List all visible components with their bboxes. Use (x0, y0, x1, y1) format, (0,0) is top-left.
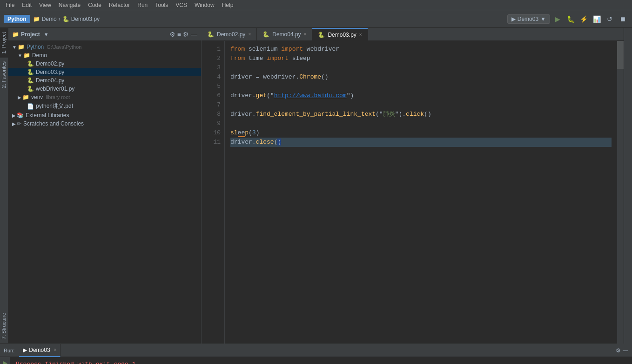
tree-item-pdf[interactable]: 📄 python讲义.pdf (8, 101, 201, 111)
menu-help[interactable]: Help (218, 1, 237, 9)
webdriver01-icon: 🐍 (27, 86, 34, 92)
panel-controls: ⚙ ≡ ⚙ — (169, 31, 197, 38)
run-close-icon[interactable]: — (623, 347, 628, 354)
run-config-selector[interactable]: ▶ Demo03 ▼ (507, 14, 550, 24)
tab-demo02-close[interactable]: × (248, 32, 251, 37)
tree-item-python-root[interactable]: ▼ 📁 Python G:\Java\Python (8, 43, 201, 51)
toolbar-right: ▶ Demo03 ▼ ▶ 🐛 ⚡ 📊 ↺ ⏹ (507, 13, 628, 25)
tab-demo04[interactable]: 🐍 Demo04.py × (257, 28, 312, 41)
run-tab-close[interactable]: × (54, 347, 57, 352)
panel-gear-icon[interactable]: ⚙ (183, 31, 189, 38)
tab-demo03-close[interactable]: × (359, 32, 362, 37)
right-sidebar (624, 28, 632, 344)
tree-label-pdf: python讲义.pdf (36, 102, 73, 110)
expand-arrow-venv: ▶ (18, 95, 21, 100)
tree-item-demo-folder[interactable]: ▼ 📁 Demo (8, 51, 201, 60)
breadcrumb-project[interactable]: Demo (42, 16, 57, 22)
expand-arrow-python: ▼ (12, 45, 17, 50)
menu-navigate[interactable]: Navigate (55, 1, 84, 9)
run-output-line: Process finished with exit code 1 (16, 361, 626, 364)
run-config-icon: ▶ (511, 16, 516, 22)
panel-minimize-icon[interactable]: — (191, 31, 197, 38)
code-line-4: driver = webdriver.Chrome() (230, 73, 612, 82)
run-label: Run: (4, 348, 14, 353)
expand-arrow-extlib: ▶ (12, 113, 16, 118)
main-area: 1: Project 2: Favorites 7: Structure 📁 P… (0, 28, 632, 344)
profile-button[interactable]: 📊 (591, 13, 602, 25)
code-line-1: from selenium import webdriver (230, 45, 612, 54)
run-play-btn[interactable]: ▶ (1, 359, 9, 364)
tree-item-scratches[interactable]: ▶ ✏ Scratches and Consoles (8, 119, 201, 128)
tab-demo04-close[interactable]: × (304, 32, 307, 37)
code-line-5 (230, 82, 612, 91)
menu-vcs[interactable]: VCS (172, 1, 191, 9)
debug-button[interactable]: 🐛 (565, 13, 576, 25)
run-tab-icon: ▶ (23, 347, 27, 353)
menu-window[interactable]: Window (191, 1, 218, 9)
project-dropdown[interactable]: ▼ (44, 32, 49, 37)
menu-view[interactable]: View (35, 1, 55, 9)
code-line-3 (230, 63, 612, 73)
menu-run[interactable]: Run (134, 1, 151, 9)
tree-item-venv[interactable]: ▶ 📁 venv library root (8, 93, 201, 101)
tree-path-python: G:\Java\Python (47, 44, 81, 50)
python-logo: Python (4, 15, 30, 23)
tab-demo02-label: Demo02.py (217, 31, 245, 38)
line-numbers: 1 2 3 4 5 6 7 8 9 10 11 (202, 41, 225, 344)
coverage-button[interactable]: ⚡ (578, 13, 589, 25)
code-content[interactable]: from selenium import webdriver from time… (225, 41, 617, 344)
project-tree: ▼ 📁 Python G:\Java\Python ▼ 📁 Demo 🐍 Dem… (8, 41, 201, 344)
run-tab-demo03[interactable]: ▶ Demo03 × (19, 344, 61, 357)
bottom-panel: Run: ▶ Demo03 × ⚙ — ▶ ↺ ⏹ ↑ ↓ ⤓ Process … (0, 344, 632, 364)
run-button[interactable]: ▶ (552, 13, 563, 25)
rerun-button[interactable]: ↺ (604, 13, 615, 25)
tree-item-webdriver01[interactable]: 🐍 webDriver01.py (8, 85, 201, 93)
left-tab-favorites[interactable]: 2: Favorites (0, 57, 8, 92)
code-line-8: driver.find_element_by_partial_link_text… (230, 110, 612, 119)
tree-item-demo04[interactable]: 🐍 Demo04.py (8, 76, 201, 85)
breadcrumb-file[interactable]: Demo03.py (71, 16, 100, 22)
project-panel-header: 📁 Project ▼ ⚙ ≡ ⚙ — (8, 28, 201, 41)
run-output-area: ▶ ↺ ⏹ ↑ ↓ ⤓ Process finished with exit c… (0, 357, 632, 364)
extlib-icon: 📚 (17, 112, 24, 119)
breadcrumb-folder-icon: 📁 (33, 16, 40, 22)
tree-label-demo: Demo (32, 52, 47, 59)
editor-tabs-bar: 🐍 Demo02.py × 🐍 Demo04.py × 🐍 Demo03.py … (202, 28, 624, 41)
tab-demo03[interactable]: 🐍 Demo03.py × (312, 28, 368, 41)
menu-refactor[interactable]: Refactor (105, 1, 134, 9)
scratches-icon: ✏ (17, 120, 21, 127)
run-config-dropdown-icon: ▼ (540, 16, 546, 22)
left-tab-project[interactable]: 1: Project (0, 28, 8, 57)
tab-demo02-icon: 🐍 (207, 31, 214, 38)
tree-label-scratches: Scratches and Consoles (23, 120, 84, 127)
project-folder-icon: 📁 (12, 31, 19, 38)
breadcrumb: 📁 Demo › 🐍 Demo03.py (33, 16, 100, 22)
run-panel-header: Run: ▶ Demo03 × ⚙ — (0, 344, 632, 357)
menu-code[interactable]: Code (84, 1, 105, 9)
run-left-controls: ▶ ↺ ⏹ ↑ ↓ ⤓ (0, 357, 10, 364)
menu-edit[interactable]: Edit (18, 1, 35, 9)
menu-tools[interactable]: Tools (151, 1, 172, 9)
tab-demo04-icon: 🐍 (262, 31, 269, 38)
tab-demo02[interactable]: 🐍 Demo02.py × (202, 28, 257, 41)
editor-minimap[interactable] (617, 41, 624, 344)
tree-label-python: Python (27, 44, 44, 50)
tree-item-external-libs[interactable]: ▶ 📚 External Libraries (8, 111, 201, 119)
panel-settings-icon[interactable]: ⚙ (169, 31, 175, 38)
panel-collapse-icon[interactable]: ≡ (177, 31, 181, 38)
run-settings-icon[interactable]: ⚙ (616, 347, 621, 354)
tree-item-demo02[interactable]: 🐍 Demo02.py (8, 60, 201, 68)
project-panel: 📁 Project ▼ ⚙ ≡ ⚙ — ▼ 📁 Python G:\Java\P… (8, 28, 202, 344)
code-editor[interactable]: 1 2 3 4 5 6 7 8 9 10 11 from selenium im… (202, 41, 624, 344)
menu-file[interactable]: File (2, 1, 18, 9)
tree-item-demo03[interactable]: 🐍 Demo03.py (8, 68, 201, 76)
toolbar: Python 📁 Demo › 🐍 Demo03.py ▶ Demo03 ▼ ▶… (0, 10, 632, 28)
tree-label-demo03: Demo03.py (36, 69, 64, 75)
tab-demo04-label: Demo04.py (272, 31, 301, 38)
tree-label-webdriver01: webDriver01.py (36, 86, 74, 92)
left-tab-structure[interactable]: 7: Structure (0, 309, 8, 344)
code-line-2: from time import sleep (230, 54, 612, 63)
stop-button[interactable]: ⏹ (617, 13, 628, 25)
code-line-9 (230, 119, 612, 128)
expand-arrow-demo: ▼ (18, 53, 22, 58)
